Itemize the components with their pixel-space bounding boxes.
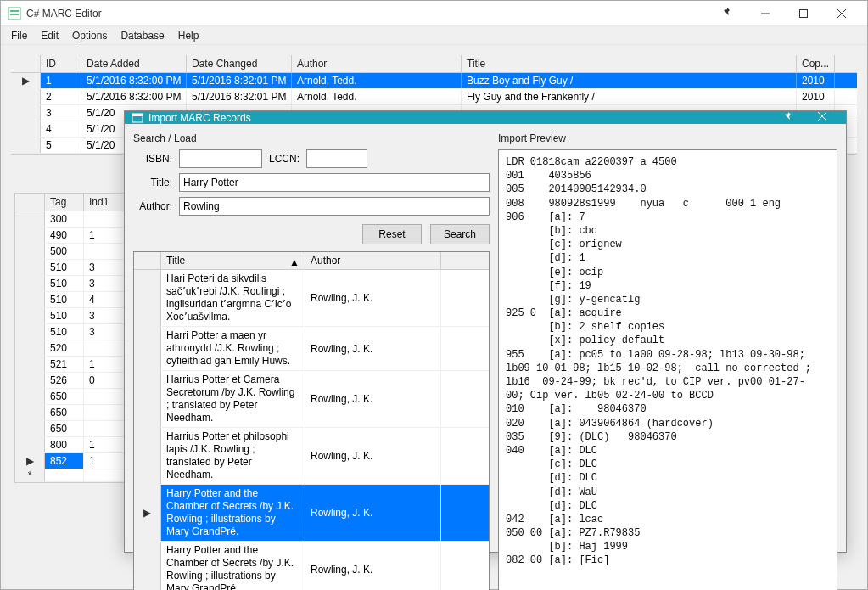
preview-pane: Import Preview LDR 01818cam a2200397 a 4…: [498, 132, 837, 590]
results-col-author[interactable]: Author: [305, 252, 441, 269]
list-item[interactable]: Harrius Potter et philosophi lapis /J.K.…: [134, 428, 489, 485]
lccn-input[interactable]: [306, 149, 367, 168]
list-item[interactable]: Hari Poteri da sikvdilis sačʼukʼrebi /J.…: [134, 270, 489, 327]
list-item[interactable]: ▶Harry Potter and the Chamber of Secrets…: [134, 485, 489, 542]
isbn-label: ISBN:: [133, 153, 179, 165]
results-col-title[interactable]: Title ▲: [161, 252, 305, 269]
title-input[interactable]: [179, 173, 490, 192]
menu-file[interactable]: File: [4, 28, 34, 43]
search-pane: Search / Load ISBN: LCCN: Title: Author:…: [133, 132, 490, 590]
svg-rect-2: [10, 14, 19, 15]
dialog-pin-icon[interactable]: [771, 111, 805, 124]
author-label: Author:: [133, 200, 179, 212]
lccn-label: LCCN:: [262, 153, 306, 165]
dialog-titlebar[interactable]: Import MARC Records: [125, 111, 846, 124]
menu-help[interactable]: Help: [171, 28, 206, 43]
import-dialog: Import MARC Records Search / Load ISBN: …: [124, 110, 847, 553]
col-header-tag[interactable]: Tag: [45, 194, 84, 211]
menu-edit[interactable]: Edit: [34, 28, 65, 43]
col-header-cop[interactable]: Cop...: [797, 55, 835, 72]
window-title: C# MARC Editor: [26, 8, 708, 20]
preview-label: Import Preview: [498, 132, 837, 144]
title-label: Title:: [133, 177, 179, 188]
list-item[interactable]: Harrius Potter et Camera Secretorum /by …: [134, 371, 489, 428]
dialog-title: Import MARC Records: [148, 112, 771, 124]
svg-rect-1: [10, 10, 19, 12]
isbn-input[interactable]: [179, 149, 262, 168]
close-button[interactable]: [822, 2, 860, 25]
results-grid[interactable]: Title ▲ Author Hari Poteri da sikvdilis …: [133, 251, 490, 590]
maximize-button[interactable]: [784, 2, 822, 25]
menu-options[interactable]: Options: [65, 28, 114, 43]
search-load-label: Search / Load: [133, 132, 490, 144]
reset-button[interactable]: Reset: [362, 224, 422, 244]
col-header-date-added[interactable]: Date Added: [81, 55, 187, 72]
col-header-title[interactable]: Title: [462, 55, 797, 72]
svg-rect-4: [799, 9, 807, 17]
pin-icon[interactable]: [708, 7, 746, 20]
minimize-button[interactable]: [746, 2, 784, 25]
author-input[interactable]: [179, 197, 490, 216]
svg-rect-8: [132, 114, 143, 116]
col-header-id[interactable]: ID: [41, 55, 81, 72]
table-row[interactable]: 25/1/2016 8:32:00 PM5/1/2016 8:32:01 PMA…: [11, 89, 857, 105]
app-icon: [8, 7, 21, 20]
list-item[interactable]: Harry Potter and the Chamber of Secrets …: [134, 542, 489, 590]
sort-asc-icon: ▲: [289, 256, 300, 268]
search-button[interactable]: Search: [430, 224, 490, 244]
col-header-author[interactable]: Author: [292, 55, 462, 72]
list-item[interactable]: Harri Potter a maen yr athronydd /J.K. R…: [134, 327, 489, 371]
dialog-icon: [132, 112, 143, 124]
col-header-date-changed[interactable]: Date Changed: [187, 55, 292, 72]
dialog-close-button[interactable]: [805, 112, 839, 124]
table-row[interactable]: ▶15/1/2016 8:32:00 PM5/1/2016 8:32:01 PM…: [11, 73, 857, 89]
preview-textarea[interactable]: LDR 01818cam a2200397 a 4500 001 4035856…: [498, 149, 837, 590]
titlebar[interactable]: C# MARC Editor: [1, 1, 867, 26]
menubar: File Edit Options Database Help: [1, 26, 867, 45]
menu-database[interactable]: Database: [114, 28, 171, 43]
grid-header-row: ID Date Added Date Changed Author Title …: [11, 55, 857, 73]
